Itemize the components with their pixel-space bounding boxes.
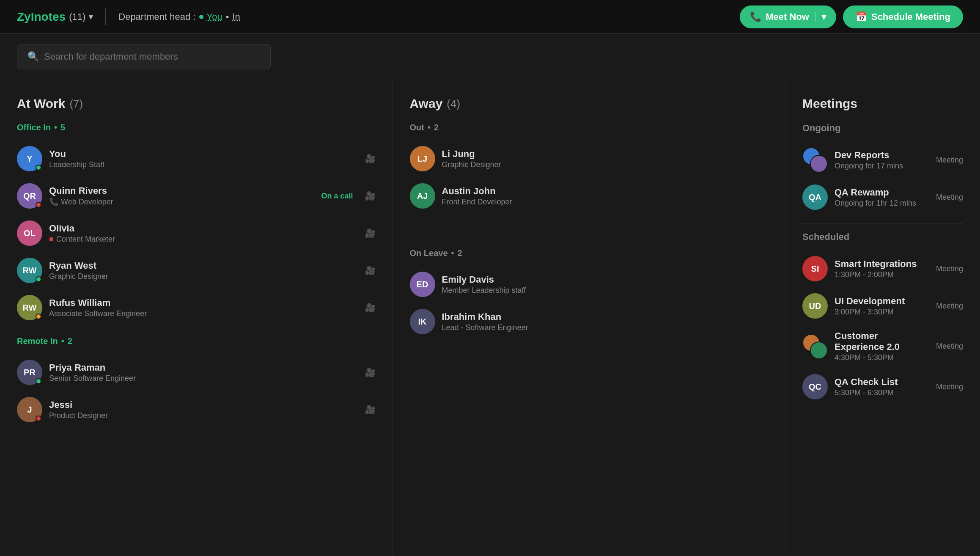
dept-info: Department head : You • In [118, 11, 240, 22]
search-input-wrap[interactable]: 🔍 [17, 44, 271, 69]
away-label: Away [410, 96, 443, 111]
office-in-section: Office In • 5 [17, 123, 376, 132]
video-icon[interactable]: 🎥 [365, 405, 376, 415]
avatar-image: IK [410, 309, 435, 334]
meeting-time: Ongoing for 1hr 12 mins [835, 199, 929, 208]
person-role: 📞 Web Developer [49, 197, 314, 206]
meetings-column: Meetings Ongoing Dev Reports Ongoing for… [785, 80, 980, 556]
at-work-title: At Work (7) [17, 96, 376, 111]
person-info: Olivia ■ Content Marketer [49, 223, 358, 244]
status-indicator [36, 276, 41, 282]
meeting-info: QA Rewamp Ongoing for 1hr 12 mins [835, 187, 929, 208]
video-icon[interactable]: 🎥 [365, 303, 376, 313]
person-name: Ryan West [49, 260, 358, 271]
meeting-badge: Meeting [936, 342, 963, 351]
person-name: Li Jung [442, 149, 769, 160]
meeting-badge: Meeting [936, 264, 963, 273]
phone-icon: 📞 [750, 11, 761, 22]
dept-in[interactable]: In [232, 11, 240, 22]
away-column: Away (4) Out • 2 LJ Li Jung Graphic Desi… [393, 80, 786, 556]
meeting-time: Ongoing for 17 mins [835, 162, 929, 171]
person-name: Jessi [49, 399, 358, 410]
person-info: Li Jung Graphic Designer [442, 149, 769, 169]
person-name: Olivia [49, 223, 358, 234]
meeting-name: UI Development [835, 296, 929, 307]
person-info: Austin John Front End Developer [442, 186, 769, 206]
calendar-icon: 📅 [856, 11, 867, 22]
meeting-name: Smart Integrations [835, 259, 929, 270]
avatar: PR [17, 360, 42, 385]
meet-now-button[interactable]: 📞 Meet Now ▾ [740, 6, 836, 28]
search-icon: 🔍 [27, 51, 39, 62]
video-icon[interactable]: 🎥 [365, 228, 376, 238]
avatar: J [17, 397, 42, 422]
person-role: Senior Software Engineer [49, 374, 358, 383]
at-work-count: (7) [69, 97, 83, 110]
meeting-item: QC QA Check List 5:30PM - 6:30PM Meeting [802, 368, 963, 405]
search-bar: 🔍 [0, 34, 980, 80]
meeting-badge: Meeting [936, 156, 963, 165]
avatar: RW [17, 295, 42, 320]
meeting-item: QA QA Rewamp Ongoing for 1hr 12 mins Mee… [802, 179, 963, 216]
meeting-item: UD UI Development 3:00PM - 3:30PM Meetin… [802, 287, 963, 325]
list-item: J Jessi Product Designer 🎥 [17, 391, 376, 428]
away-title: Away (4) [410, 96, 769, 111]
meet-now-label: Meet Now [766, 11, 809, 22]
schedule-meeting-button[interactable]: 📅 Schedule Meeting [843, 6, 963, 28]
meeting-info: Dev Reports Ongoing for 17 mins [835, 150, 929, 171]
person-info: Priya Raman Senior Software Engineer [49, 362, 358, 383]
person-info: Quinn Rivers 📞 Web Developer [49, 185, 314, 206]
app-badge: (11) [69, 11, 85, 22]
status-indicator [36, 378, 41, 384]
meeting-time: 4:30PM - 5:30PM [835, 353, 929, 362]
video-icon[interactable]: 🎥 [365, 367, 376, 377]
person-info: Rufus William Associate Software Enginee… [49, 297, 358, 318]
person-info: Ryan West Graphic Designer [49, 260, 358, 281]
person-role: Leadership Staff [49, 160, 358, 169]
person-info: You Leadership Staff [49, 149, 358, 169]
search-input[interactable] [44, 51, 260, 62]
meeting-name: QA Rewamp [835, 187, 929, 198]
meeting-name: Dev Reports [835, 150, 929, 161]
dept-status-dot [199, 15, 203, 19]
avatar-image: LJ [410, 146, 435, 171]
meeting-name: Customer Experience 2.0 [835, 330, 929, 352]
app-logo[interactable]: ZyInotes (11) ▾ [17, 10, 93, 24]
person-role: Graphic Designer [49, 272, 358, 281]
video-icon[interactable]: 🎥 [365, 154, 376, 164]
on-leave-label: On Leave [410, 248, 448, 258]
office-in-label: Office In [17, 123, 51, 132]
on-leave-count: 2 [458, 248, 462, 258]
meeting-info: Smart Integrations 1:30PM - 2:00PM [835, 259, 929, 279]
meeting-item: Dev Reports Ongoing for 17 mins Meeting [802, 141, 963, 179]
list-item: RW Rufus William Associate Software Engi… [17, 289, 376, 326]
video-icon[interactable]: 🎥 [365, 265, 376, 275]
meeting-info: Customer Experience 2.0 4:30PM - 5:30PM [835, 330, 929, 362]
header-actions: 📞 Meet Now ▾ 📅 Schedule Meeting [740, 6, 963, 28]
meeting-avatar: QA [802, 184, 828, 210]
meeting-time: 1:30PM - 2:00PM [835, 270, 929, 279]
person-role: Associate Software Engineer [49, 309, 358, 318]
dropdown-arrow-icon[interactable]: ▾ [89, 12, 93, 22]
ongoing-section-title: Ongoing [802, 123, 963, 134]
person-info: Ibrahim Khan Lead - Software Engineer [442, 311, 769, 332]
avatar: IK [410, 309, 435, 334]
avatar-image: AJ [410, 183, 435, 209]
meeting-badge: Meeting [936, 193, 963, 202]
person-name: Priya Raman [49, 362, 358, 373]
header: ZyInotes (11) ▾ Department head : You • … [0, 0, 980, 34]
out-section: Out • 2 LJ Li Jung Graphic Designer AJ [410, 123, 769, 215]
person-info: Emily Davis Member Leadership staff [442, 274, 769, 295]
meeting-info: QA Check List 5:30PM - 6:30PM [835, 377, 929, 397]
person-role: Lead - Software Engineer [442, 323, 769, 332]
meetings-label: Meetings [802, 96, 857, 111]
person-role: Product Designer [49, 411, 358, 420]
list-item: ED Emily Davis Member Leadership staff [410, 266, 769, 303]
dept-you[interactable]: You [207, 11, 222, 22]
meeting-badge: Meeting [936, 302, 963, 311]
video-icon[interactable]: 🎥 [365, 191, 376, 201]
person-info: Jessi Product Designer [49, 399, 358, 420]
person-role: Graphic Designer [442, 160, 769, 169]
remote-in-count: 2 [68, 336, 72, 346]
person-name: Quinn Rivers [49, 185, 314, 196]
